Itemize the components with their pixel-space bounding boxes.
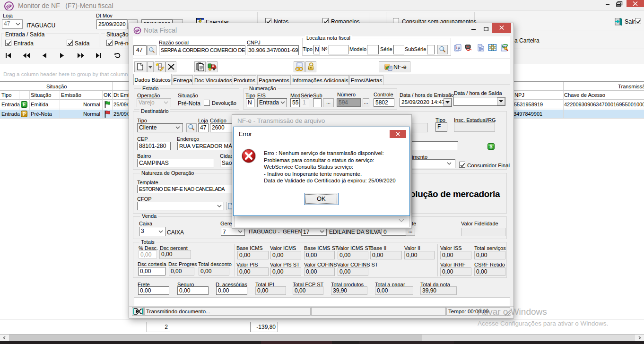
svg-text:E: E <box>23 102 26 107</box>
svg-text:$: $ <box>490 144 493 149</box>
svg-text:P: P <box>23 112 26 117</box>
